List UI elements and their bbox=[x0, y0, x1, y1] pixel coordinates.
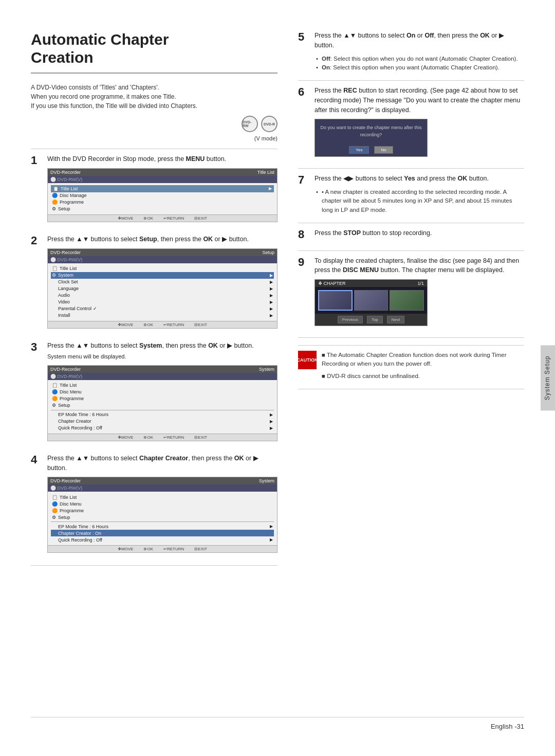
step-1-number: 1 bbox=[31, 155, 42, 166]
step-4: 4 Press the ▲▼ buttons to select Chapter… bbox=[31, 454, 278, 556]
step-2-content: Press the ▲▼ buttons to select Setup, th… bbox=[47, 235, 278, 332]
step-5-bullet-1: Off: Select this option when you do not … bbox=[314, 55, 524, 63]
step-8-number: 8 bbox=[298, 229, 309, 240]
step-8-content: Press the STOP button to stop recording. bbox=[314, 228, 524, 242]
chapter-thumb-2 bbox=[354, 290, 388, 311]
step-6-number: 6 bbox=[298, 86, 309, 98]
step-9: 9 To display the created chapters, final… bbox=[298, 256, 524, 330]
step-6-dialog: Do you want to create the chapter menu a… bbox=[314, 119, 428, 157]
step-8: 8 Press the STOP button to stop recordin… bbox=[298, 228, 524, 242]
step-7-text: Press the ◀▶ buttons to select Yes and p… bbox=[314, 174, 524, 184]
step-3-number: 3 bbox=[31, 341, 42, 353]
step-6-text: Press the REC button to start recording.… bbox=[314, 86, 524, 115]
left-column: Automatic Chapter Creation A DVD-Video c… bbox=[31, 31, 278, 712]
step-4-text: Press the ▲▼ buttons to select Chapter C… bbox=[47, 454, 278, 473]
step-5-text: Press the ▲▼ buttons to select On or Off… bbox=[314, 31, 524, 50]
page-title: Automatic Chapter Creation bbox=[31, 31, 278, 74]
step-5-bullet-2: On: Select this option when you want (Au… bbox=[314, 63, 524, 72]
step-2-number: 2 bbox=[31, 235, 42, 246]
caution-text: ■ The Automatic Chapter Creation functio… bbox=[322, 351, 524, 384]
chapter-grid bbox=[315, 287, 427, 314]
step-7-number: 7 bbox=[298, 174, 309, 186]
step-5: 5 Press the ▲▼ buttons to select On or O… bbox=[298, 31, 524, 72]
step-2-text: Press the ▲▼ buttons to select Setup, th… bbox=[47, 235, 278, 244]
step-1-screen: DVD-Recorder Title List ⚪ DVD-RW(V) 📋Tit… bbox=[47, 168, 278, 222]
step-9-text: To display the created chapters, finalis… bbox=[314, 256, 524, 276]
step-4-content: Press the ▲▼ buttons to select Chapter C… bbox=[47, 454, 278, 556]
step-7-sub: • A new chapter is created according to … bbox=[314, 188, 524, 214]
chapter-next-btn[interactable]: Next bbox=[387, 316, 404, 323]
chapter-thumb-1 bbox=[318, 290, 353, 311]
chapter-top-btn[interactable]: Top bbox=[367, 316, 383, 323]
vmode-text: (V mode) bbox=[31, 135, 278, 141]
step-3-screen: DVD-Recorder System ⚪ DVD-RW(V) 📋Title L… bbox=[47, 365, 278, 441]
content: Automatic Chapter Creation A DVD-Video c… bbox=[31, 31, 524, 712]
page-footer: English -31 bbox=[31, 717, 524, 730]
step-4-screen: DVD-Recorder System ⚪ DVD-RW(V) 📋Title L… bbox=[47, 477, 278, 553]
right-column: 5 Press the ▲▼ buttons to select On or O… bbox=[298, 31, 524, 712]
caution-icon: CAUTION bbox=[298, 351, 317, 369]
page-number: English -31 bbox=[491, 723, 524, 730]
step-3-text: Press the ▲▼ buttons to select System, t… bbox=[47, 341, 278, 351]
dialog-text: Do you want to create the chapter menu a… bbox=[319, 124, 423, 138]
dvd-r-icon: DVD-R bbox=[261, 116, 278, 133]
caution-bullet-1: ■ The Automatic Chapter Creation functio… bbox=[322, 351, 524, 369]
dvd-rw-icon: DVD-RW bbox=[242, 116, 258, 133]
side-tab: System Setup bbox=[541, 346, 555, 411]
step-1-text: With the DVD Recorder in Stop mode, pres… bbox=[47, 154, 278, 164]
step-1: 1 With the DVD Recorder in Stop mode, pr… bbox=[31, 154, 278, 225]
chapter-prev-btn[interactable]: Previous bbox=[338, 316, 363, 323]
step-5-content: Press the ▲▼ buttons to select On or Off… bbox=[314, 31, 524, 72]
step-8-text: Press the STOP button to stop recording. bbox=[314, 228, 524, 238]
dialog-no-btn[interactable]: No bbox=[374, 146, 393, 154]
caution-box: CAUTION ■ The Automatic Chapter Creation… bbox=[298, 345, 524, 389]
dialog-yes-btn[interactable]: Yes bbox=[349, 146, 369, 154]
step-1-content: With the DVD Recorder in Stop mode, pres… bbox=[47, 154, 278, 225]
step-9-chapter-screen: ❖ CHAPTER 1/1 Previous Top Next bbox=[314, 279, 428, 326]
step-3-content: Press the ▲▼ buttons to select System, t… bbox=[47, 341, 278, 444]
step-6-content: Press the REC button to start recording.… bbox=[314, 86, 524, 160]
chapter-thumb-3 bbox=[390, 290, 424, 311]
step-6: 6 Press the REC button to start recordin… bbox=[298, 86, 524, 160]
disc-icons: DVD-RW DVD-R bbox=[31, 116, 278, 133]
page: System Setup Automatic Chapter Creation … bbox=[0, 0, 555, 756]
step-7-content: Press the ◀▶ buttons to select Yes and p… bbox=[314, 174, 524, 214]
step-4-number: 4 bbox=[31, 454, 42, 465]
step-3-sub: System menu will be displayed. bbox=[47, 352, 278, 361]
step-5-number: 5 bbox=[298, 31, 309, 43]
intro-paragraph: A DVD-Video consists of 'Titles' and 'Ch… bbox=[31, 83, 278, 111]
step-7: 7 Press the ◀▶ buttons to select Yes and… bbox=[298, 174, 524, 214]
step-2-screen: DVD-Recorder Setup ⚪ DVD-RW(V) 📋Title Li… bbox=[47, 248, 278, 329]
step-3: 3 Press the ▲▼ buttons to select System,… bbox=[31, 341, 278, 444]
step-2: 2 Press the ▲▼ buttons to select Setup, … bbox=[31, 235, 278, 332]
caution-bullet-2: ■ DVD-R discs cannot be unfinalised. bbox=[322, 372, 524, 381]
step-9-number: 9 bbox=[298, 257, 309, 268]
step-9-content: To display the created chapters, finalis… bbox=[314, 256, 524, 330]
